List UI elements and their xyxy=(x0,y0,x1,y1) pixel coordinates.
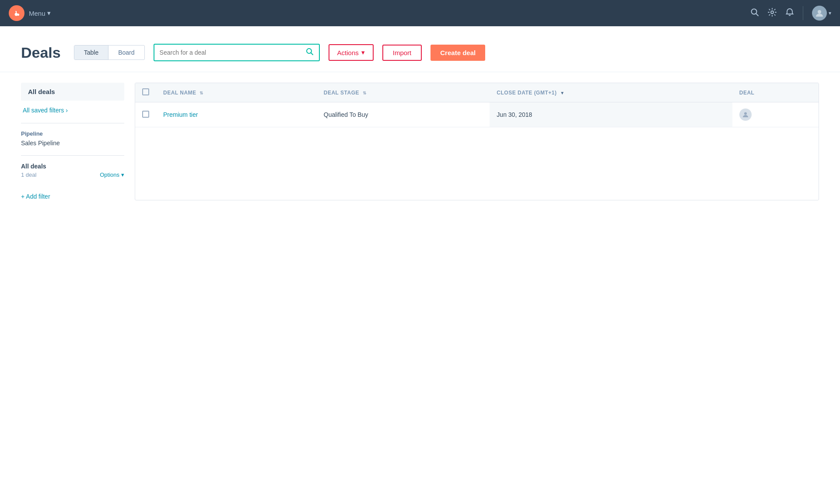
deal-stage-sort-icon: ⇅ xyxy=(363,91,367,95)
pipeline-label: Pipeline xyxy=(21,130,124,137)
svg-point-4 xyxy=(771,11,774,14)
svg-line-3 xyxy=(756,14,758,16)
add-filter-button[interactable]: + Add filter xyxy=(21,193,50,200)
close-date-sort-icon: ▼ xyxy=(560,91,564,95)
all-deals-section-title: All deals xyxy=(21,163,124,170)
search-icon xyxy=(306,48,314,57)
sidebar-divider-2 xyxy=(21,155,124,156)
nav-divider xyxy=(803,6,803,20)
view-toggle: Table Board xyxy=(74,45,145,60)
col-deal-owner: DEAL xyxy=(732,83,819,102)
deal-count: 1 deal xyxy=(21,172,36,178)
table-row: Premium tier Qualified To Buy Jun 30, 20… xyxy=(135,102,819,127)
options-caret-icon: ▾ xyxy=(121,172,124,178)
row-close-date: Jun 30, 2018 xyxy=(490,102,732,127)
svg-line-7 xyxy=(311,53,313,55)
row-deal-owner xyxy=(732,102,819,127)
deals-table-container: DEAL NAME ⇅ DEAL STAGE ⇅ CLOSE DATE (GMT… xyxy=(135,83,819,200)
deals-table: DEAL NAME ⇅ DEAL STAGE ⇅ CLOSE DATE (GMT… xyxy=(135,83,819,127)
table-view-button[interactable]: Table xyxy=(74,46,108,60)
board-view-button[interactable]: Board xyxy=(108,46,144,60)
actions-caret-icon: ▾ xyxy=(361,49,365,56)
settings-icon-button[interactable] xyxy=(768,8,777,19)
svg-point-5 xyxy=(818,10,821,14)
row-deal-name: Premium tier xyxy=(156,102,317,127)
select-all-checkbox[interactable] xyxy=(142,88,149,95)
all-deals-filter[interactable]: All deals xyxy=(21,83,124,101)
user-avatar xyxy=(812,6,827,21)
search-box xyxy=(154,44,320,61)
col-close-date[interactable]: CLOSE DATE (GMT+1) ▼ xyxy=(490,83,732,102)
avatar-caret: ▾ xyxy=(829,10,831,16)
nav-left: Menu ▾ xyxy=(9,5,51,21)
col-deal-name[interactable]: DEAL NAME ⇅ xyxy=(156,83,317,102)
page-title: Deals xyxy=(21,44,61,61)
owner-avatar xyxy=(739,108,752,121)
table-header-row: DEAL NAME ⇅ DEAL STAGE ⇅ CLOSE DATE (GMT… xyxy=(135,83,819,102)
row-deal-stage: Qualified To Buy xyxy=(317,102,490,127)
deal-name-link[interactable]: Premium tier xyxy=(163,111,198,118)
svg-point-1 xyxy=(17,14,19,16)
pipeline-value: Sales Pipeline xyxy=(21,140,124,147)
create-deal-button[interactable]: Create deal xyxy=(430,45,485,61)
options-button[interactable]: Options ▾ xyxy=(100,172,124,178)
search-input[interactable] xyxy=(160,49,306,56)
row-checkbox[interactable] xyxy=(142,111,149,118)
svg-point-8 xyxy=(744,112,747,115)
hubspot-logo xyxy=(9,5,24,21)
menu-button[interactable]: Menu ▾ xyxy=(29,9,51,17)
user-avatar-button[interactable]: ▾ xyxy=(812,6,831,21)
sidebar-divider-1 xyxy=(21,123,124,123)
sidebar: All deals All saved filters › Pipeline S… xyxy=(21,83,135,200)
nav-right: ▾ xyxy=(750,6,831,21)
import-button[interactable]: Import xyxy=(382,45,422,61)
row-checkbox-cell xyxy=(135,102,156,127)
actions-button[interactable]: Actions ▾ xyxy=(329,44,374,61)
header-checkbox-cell xyxy=(135,83,156,102)
notification-icon-button[interactable] xyxy=(785,8,794,19)
saved-filters-link[interactable]: All saved filters › xyxy=(23,107,68,114)
search-icon-button[interactable] xyxy=(750,8,759,19)
deal-name-sort-icon: ⇅ xyxy=(200,91,203,95)
col-deal-stage[interactable]: DEAL STAGE ⇅ xyxy=(317,83,490,102)
